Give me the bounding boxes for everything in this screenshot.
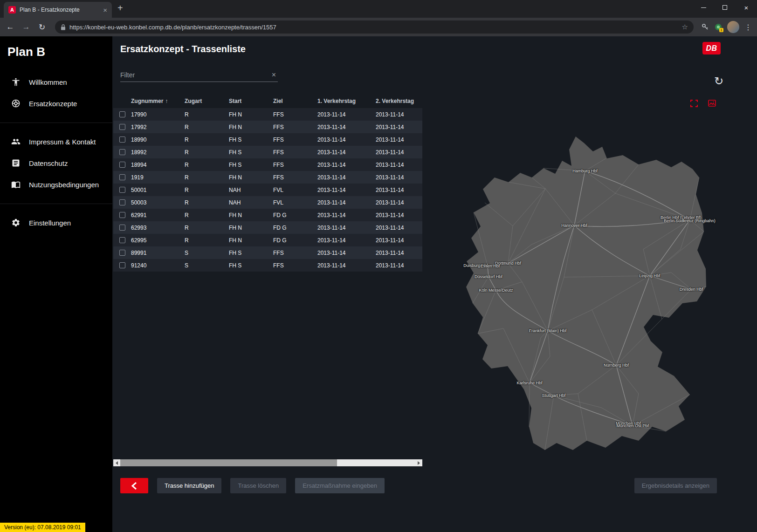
map-city-label: Köln Messe/Deutz [479,288,513,293]
row-checkbox[interactable] [119,136,125,143]
cell-start: FH N [229,225,273,231]
table-row[interactable]: 91240 S FH S FFS 2013-11-14 2013-11-14 [113,259,422,272]
filter-input[interactable] [120,71,270,79]
cell-start: FH N [229,111,273,118]
horizontal-scrollbar[interactable] [113,459,422,466]
column-header-verkehrstag1[interactable]: 1. Verkehrstag [317,98,376,104]
browser-menu-icon[interactable]: ⋮ [744,23,752,32]
row-checkbox[interactable] [119,212,125,218]
sidebar-item-willkommen[interactable]: Willkommen [0,71,112,93]
table-row[interactable]: 50003 R NAH FVL 2013-11-14 2013-11-14 [113,196,422,209]
sidebar-item-label: Datenschutz [29,159,68,167]
column-header-ziel[interactable]: Ziel [273,98,317,104]
cell-verkehrstag1: 2013-11-14 [317,187,376,193]
map-city-label: Essen Hbf [481,264,500,268]
tab-title: Plan B - Ersatzkonzepte [20,7,99,13]
scroll-right-arrow[interactable] [415,459,422,466]
cell-zugnummer: 18990 [131,136,185,143]
cell-start: FH N [229,174,273,181]
profile-avatar[interactable] [727,21,739,33]
column-header-verkehrstag2[interactable]: 2. Verkehrstag [376,98,422,104]
row-checkbox[interactable] [119,237,125,243]
cell-start: FH N [229,237,273,244]
table-row[interactable]: 18990 R FH S FFS 2013-11-14 2013-11-14 [113,133,422,146]
scrollbar-thumb[interactable] [120,459,337,466]
back-icon[interactable]: ← [5,22,16,32]
cell-verkehrstag2: 2013-11-14 [376,136,422,143]
filter-clear-icon[interactable]: × [270,71,278,79]
sidebar-item-einstellungen[interactable]: Einstellungen [0,212,112,233]
row-checkbox[interactable] [119,111,125,117]
sidebar-item-ersatzkonzepte[interactable]: Ersatzkonzepte [0,93,112,114]
address-bar[interactable]: https://konbel-eu-web.konbel.comp.db.de/… [55,20,694,34]
back-button[interactable] [120,478,148,493]
scroll-left-arrow[interactable] [113,459,120,466]
sidebar-item-datenschutz[interactable]: Datenschutz [0,152,112,174]
add-trasse-button[interactable]: Trasse hinzufügen [157,478,221,493]
table-body: 17990 R FH N FFS 2013-11-14 2013-11-14 1… [113,108,422,272]
delete-trasse-button[interactable]: Trasse löschen [230,478,286,493]
table-row[interactable]: 89991 S FH S FFS 2013-11-14 2013-11-14 [113,246,422,259]
bookmark-star-icon[interactable]: ☆ [682,23,688,31]
sidebar-item-nutzungsbedingungen[interactable]: Nutzungsbedingungen [0,174,112,195]
ersatzmassnahme-button[interactable]: Ersatzmaßnahme eingeben [295,478,385,493]
cell-verkehrstag1: 2013-11-14 [317,225,376,231]
column-header-zugart[interactable]: Zugart [185,98,229,104]
minimize-button[interactable] [693,0,714,15]
table-row[interactable]: 62993 R FH N FD G 2013-11-14 2013-11-14 [113,221,422,234]
padlock-icon [61,24,66,30]
new-tab-button[interactable]: + [117,3,123,14]
sidebar-item-impressum[interactable]: Impressum & Kontakt [0,131,112,152]
row-checkbox[interactable] [119,262,125,268]
table-row[interactable]: 17990 R FH N FFS 2013-11-14 2013-11-14 [113,108,422,121]
row-checkbox[interactable] [119,250,125,256]
row-checkbox[interactable] [119,187,125,193]
map-city-label: Berlin Südkreuz (Ringbahn) [664,218,716,223]
table-row[interactable]: 62995 R FH N FD G 2013-11-14 2013-11-14 [113,234,422,246]
row-checkbox[interactable] [119,225,125,231]
cell-ziel: FFS [273,149,317,156]
tab-close-icon[interactable]: × [103,7,107,14]
row-checkbox[interactable] [119,199,125,205]
cell-start: FH S [229,149,273,156]
row-checkbox[interactable] [119,149,125,155]
row-checkbox-cell [113,250,131,256]
table-row[interactable]: 50001 R NAH FVL 2013-11-14 2013-11-14 [113,184,422,196]
cell-start: FH S [229,162,273,168]
window-controls: × [693,0,757,15]
cell-zugnummer: 62991 [131,212,185,218]
close-button[interactable]: × [736,0,757,15]
maximize-button[interactable] [714,0,736,15]
map-canvas[interactable]: Hamburg HbfHannover HbfBerlin Hbf (Lehrt… [438,133,727,464]
table-row[interactable]: 62991 R FH N FD G 2013-11-14 2013-11-14 [113,209,422,221]
row-checkbox[interactable] [119,174,125,180]
forward-icon[interactable]: → [21,22,32,32]
reload-icon[interactable]: ↻ [36,22,48,32]
sort-asc-icon: ↑ [165,98,168,104]
cell-verkehrstag1: 2013-11-14 [317,237,376,244]
cell-ziel: FFS [273,262,317,269]
cell-ziel: FVL [273,199,317,206]
table-row[interactable]: 17992 R FH N FFS 2013-11-14 2013-11-14 [113,121,422,133]
cell-ziel: FD G [273,225,317,231]
table-row[interactable]: 1919 R FH N FFS 2013-11-14 2013-11-14 [113,171,422,184]
row-checkbox-cell [113,124,131,130]
row-checkbox[interactable] [119,162,125,168]
row-checkbox-cell [113,174,131,180]
map-city-label: Karlsruhe Hbf [516,381,542,385]
extension-icon[interactable]: 1 [714,23,723,31]
scrollbar-track[interactable] [120,459,415,466]
key-extension-icon[interactable] [701,23,709,31]
browser-tab[interactable]: A Plan B - Ersatzkonzepte × [4,2,112,18]
cell-start: NAH [229,187,273,193]
row-checkbox[interactable] [119,124,125,130]
table-row[interactable]: 18992 R FH S FFS 2013-11-14 2013-11-14 [113,146,422,158]
cell-verkehrstag1: 2013-11-14 [317,124,376,130]
column-header-start[interactable]: Start [229,98,273,104]
people-icon [11,137,21,146]
column-header-zugnummer[interactable]: Zugnummer↑ [131,98,185,104]
table-row[interactable]: 18994 R FH S FFS 2013-11-14 2013-11-14 [113,158,422,171]
germany-outline [466,136,706,450]
main-content: Ersatzkonzept - Trassenliste DB × ↻ Zugn… [112,36,757,532]
cell-verkehrstag2: 2013-11-14 [376,262,422,269]
